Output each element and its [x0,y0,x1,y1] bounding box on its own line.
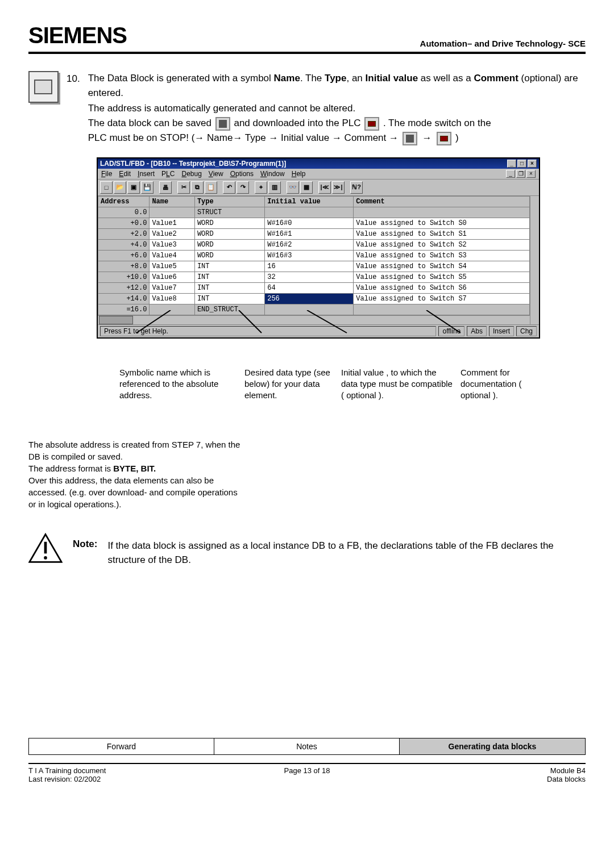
window-title: LAD/STL/FBD - [DB10 -- Testprojekt_DB\S7… [100,160,286,168]
new-button[interactable]: □ [100,181,113,194]
table-row[interactable]: +2.0Value2WORDW#16#1Value assigned to Sw… [98,228,530,239]
cut-button[interactable]: ✂ [177,181,190,194]
col-comment[interactable]: Comment [354,196,530,207]
toolbar: □ 📂 ▣ 💾 🖶 ✂ ⧉ 📋 ↶ ↷ ⌖ ▥ 👓 ▦ | [98,180,539,196]
note-text: If the data block is assigned as a local… [107,533,586,567]
nav-forward[interactable]: Forward [29,738,214,754]
callout-name: Symbolic name which is referenced to the… [119,367,222,402]
mdi-minimize-button[interactable]: _ [506,170,515,178]
table-row[interactable]: 0.0STRUCT [98,207,530,218]
table-row[interactable]: +4.0Value3WORDW#16#2Value assigned to Sw… [98,239,530,250]
open-button[interactable]: 📂 [114,181,126,194]
reference-button[interactable]: ⌖ [255,181,267,194]
undo-button[interactable]: ↶ [223,181,235,194]
footer-nav: Forward Notes Generating data blocks [28,738,586,755]
next-button[interactable]: ≫| [332,181,345,194]
callout-initial: Initial value , to which the data type m… [341,367,455,402]
brand-logo: SIEMENS [28,23,127,48]
computer-icon [28,71,59,103]
paste-button[interactable]: 📋 [205,181,217,194]
download-to-plc-icon [364,117,379,131]
callout-type: Desired data type (see below) for your d… [244,367,335,402]
table-row[interactable]: +10.0Value6INT32Value assigned to Switch… [98,272,530,282]
table-row[interactable]: +6.0Value4WORDW#16#3Value assigned to Sw… [98,250,530,261]
help-button[interactable]: ℕ? [350,181,363,194]
menu-view[interactable]: View [209,170,223,178]
footer-topic: Data blocks [400,775,586,783]
svg-point-6 [44,556,47,560]
minimize-button[interactable]: _ [507,160,516,168]
window-titlebar[interactable]: LAD/STL/FBD - [DB10 -- Testprojekt_DB\S7… [98,158,539,169]
menu-options[interactable]: Options [230,170,254,178]
save-icon [215,117,230,131]
table-row[interactable]: +0.0Value1WORDW#16#0Value assigned to Sw… [98,218,530,228]
save-icon [403,132,417,145]
container-button[interactable]: ▣ [127,181,140,194]
step-number: 10. [67,71,80,85]
mdi-restore-button[interactable]: ❐ [516,170,525,178]
nav-notes[interactable]: Notes [214,738,400,754]
col-initial-value[interactable]: Initial value [265,196,354,207]
col-name[interactable]: Name [150,196,194,207]
editor-window: LAD/STL/FBD - [DB10 -- Testprojekt_DB\S7… [97,157,540,339]
status-abs: Abs [467,326,487,336]
mdi-close-button[interactable]: × [526,170,536,178]
note-label: Note: [73,533,97,550]
page-footer: T I A Training document Last revision: 0… [28,763,586,783]
status-mode: Insert [489,326,514,336]
menu-help[interactable]: Help [292,170,306,178]
block-button[interactable]: ▦ [300,181,313,194]
horizontal-scrollbar[interactable] [98,315,530,324]
footer-doc: T I A Training document [28,766,214,775]
below-text: The absolute address is created from STE… [28,439,244,510]
status-offline: offline [438,326,464,336]
menu-file[interactable]: File [101,170,112,178]
menubar: File Edit Insert PLC Debug View Options … [98,169,539,180]
save-button[interactable]: 💾 [141,181,154,194]
redo-button[interactable]: ↷ [237,181,249,194]
footer-rev: Last revision: 02/2002 [28,775,214,783]
download-button[interactable]: ▥ [268,181,281,194]
col-address[interactable]: Address [98,196,150,207]
data-block-table[interactable]: Address Name Type Initial value Comment … [98,196,530,315]
prev-button[interactable]: |≪ [318,181,331,194]
close-button[interactable]: × [528,160,537,168]
print-button[interactable]: 🖶 [159,181,172,194]
col-type[interactable]: Type [194,196,264,207]
menu-insert[interactable]: Insert [138,170,155,178]
menu-debug[interactable]: Debug [181,170,201,178]
statusbar: Press F1 to get Help. offline Abs Insert… [98,324,539,337]
footer-module: Module B4 [400,766,586,775]
copy-button[interactable]: ⧉ [191,181,204,194]
table-row[interactable]: +14.0Value8INT256Value assigned to Switc… [98,293,530,304]
status-help: Press F1 to get Help. [100,326,436,336]
table-row[interactable]: =16.0END_STRUCT [98,304,530,315]
callout-comment: Comment for documentation ( optional ). [460,367,540,402]
table-row[interactable]: +12.0Value7INT64Value assigned to Switch… [98,282,530,293]
warning-icon [28,533,63,564]
menu-edit[interactable]: Edit [119,170,131,178]
menu-plc[interactable]: PLC [161,170,175,178]
maximize-button[interactable]: □ [517,160,526,168]
vertical-scrollbar[interactable] [530,196,539,324]
monitor-button[interactable]: 👓 [287,181,299,194]
status-chg: Chg [516,326,537,336]
table-row[interactable]: +8.0Value5INT16Value assigned to Switch … [98,261,530,272]
menu-window[interactable]: Window [260,170,285,178]
header-right: Automation– and Drive Technology- SCE [420,39,586,48]
step-text: The Data Block is generated with a symbo… [88,71,586,146]
download-to-plc-icon [437,132,451,145]
footer-page: Page 13 of 18 [214,766,400,783]
nav-current[interactable]: Generating data blocks [400,738,585,754]
